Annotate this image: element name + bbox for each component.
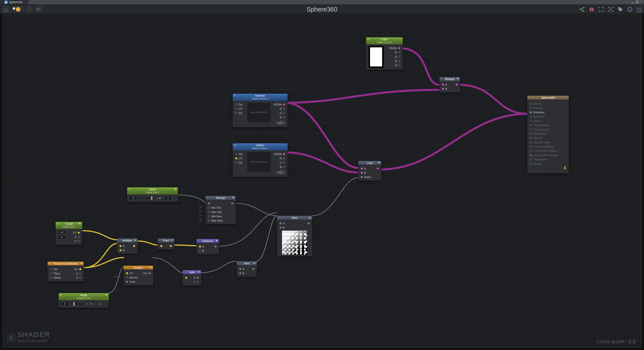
input-port[interactable] — [530, 111, 532, 113]
input-port[interactable] — [208, 211, 210, 213]
node-split[interactable]: Split X Y — [183, 270, 201, 286]
live-preview-toggle[interactable] — [12, 6, 24, 13]
input-port[interactable] — [119, 249, 122, 251]
color-preview[interactable] — [369, 46, 384, 68]
output-port[interactable] — [197, 277, 199, 279]
node-lerp[interactable]: Lerp A B Alpha — [358, 161, 381, 181]
input-port[interactable] — [235, 162, 237, 164]
input-port[interactable] — [530, 133, 532, 135]
chevron-down-icon[interactable] — [457, 78, 459, 80]
input-port[interactable] — [119, 245, 122, 247]
node-newtex[interactable]: ≡ NewTex Value( <None> ) Tex UV SS None … — [233, 94, 288, 127]
input-port[interactable] — [530, 137, 532, 139]
input-port[interactable] — [126, 281, 128, 283]
output-port[interactable] — [398, 51, 400, 53]
menu-icon[interactable]: ≡ — [129, 188, 130, 191]
slider-min[interactable]: 0 — [130, 196, 137, 200]
input-port[interactable] — [239, 268, 241, 270]
input-port[interactable] — [530, 150, 532, 152]
input-port[interactable] — [530, 103, 532, 105]
master-input-tessellation[interactable]: Tessellation — [530, 157, 566, 161]
chevron-down-icon[interactable] — [171, 240, 173, 241]
output-port[interactable] — [79, 272, 81, 274]
node-master-output[interactable]: Sphere360 AlbedoNormalEmissionSpecularGl… — [527, 96, 569, 173]
input-port[interactable] — [199, 246, 201, 248]
output-port[interactable] — [78, 236, 80, 238]
window-minimize-icon[interactable] — [631, 1, 634, 3]
document-tab[interactable]: S Sphere36.. — [0, 0, 28, 5]
node-value[interactable]: ≡ Value Value( 0.88 ) 0 0.88 1 — [127, 187, 178, 202]
output-port[interactable] — [398, 56, 400, 58]
chevron-down-icon[interactable] — [174, 189, 176, 190]
input-port[interactable] — [235, 157, 237, 159]
input-port[interactable] — [361, 176, 363, 178]
master-input-emission[interactable]: Emission — [530, 110, 566, 114]
node-remap[interactable]: Remap [0] [1] [2] [3] Min Old Max Old Mi… — [206, 196, 236, 224]
input-port[interactable] — [126, 272, 128, 274]
master-input-opacity-mask[interactable]: Opacity Mask — [530, 140, 566, 144]
input-port[interactable] — [530, 146, 532, 148]
input-port[interactable] — [50, 268, 52, 270]
menu-icon[interactable]: ≡ — [49, 262, 51, 265]
slider-min[interactable]: 0 — [61, 302, 69, 306]
shader-graph-canvas[interactable]: ≡ Color Value( 1,1,1,0 ) RGBA R G B A Mu… — [3, 14, 641, 347]
output-port[interactable] — [283, 166, 285, 168]
master-input-custom-lighting[interactable]: Custom Lighting — [530, 144, 566, 149]
input-port[interactable] — [235, 112, 237, 114]
menu-icon[interactable]: ≡ — [234, 144, 236, 147]
master-input-gloss[interactable]: Gloss — [530, 119, 566, 123]
output-port[interactable] — [377, 167, 379, 169]
input-port[interactable] — [208, 207, 210, 209]
output-port[interactable] — [215, 246, 217, 248]
node-multiply[interactable]: Multiply A B — [117, 238, 138, 254]
output-port[interactable] — [231, 202, 233, 204]
chevron-down-icon[interactable] — [150, 267, 152, 268]
input-port[interactable] — [50, 272, 52, 274]
tag-icon[interactable] — [617, 6, 624, 13]
window-close-icon[interactable] — [640, 1, 643, 3]
input-port[interactable] — [208, 215, 210, 217]
master-input-translucency[interactable]: Translucency — [530, 127, 566, 131]
node-rotator[interactable]: Rotator [0,0.5] UV Out Anchor Time — [124, 266, 153, 285]
node-color[interactable]: ≡ Color Value( 1,1,1,0 ) RGBA R G B A — [366, 37, 403, 69]
output-port[interactable] — [78, 240, 80, 242]
focus-dot-icon[interactable] — [607, 6, 614, 13]
share-icon[interactable] — [579, 6, 586, 13]
clear-button[interactable] — [26, 6, 33, 13]
chevron-down-icon[interactable] — [253, 263, 255, 264]
output-port[interactable] — [283, 103, 285, 106]
select-button[interactable]: Select — [276, 171, 285, 174]
chevron-down-icon[interactable] — [79, 223, 81, 224]
input-port[interactable] — [530, 163, 532, 165]
input-port[interactable] — [442, 84, 444, 86]
node-texture-coordinates[interactable]: ≡ Texture Coordinates Tex UV Tiling U Of… — [48, 262, 84, 281]
output-port[interactable] — [149, 272, 151, 274]
node-oldtex[interactable]: ≡ OldTex Value( <None> ) Tex UV SS None … — [233, 143, 288, 177]
select-button[interactable]: Select — [276, 121, 285, 125]
texture-preview[interactable]: None (Texture2D) Select — [247, 102, 271, 122]
toggle-left-panel-button[interactable]: ▢ — [3, 6, 9, 13]
menu-icon[interactable]: ≡ — [234, 94, 236, 97]
focus-corners-icon[interactable] — [598, 6, 605, 13]
output-port[interactable] — [398, 60, 400, 62]
input-port[interactable] — [208, 220, 210, 222]
input-port[interactable] — [361, 167, 363, 169]
input-port[interactable] — [442, 88, 444, 90]
input-port[interactable] — [160, 245, 162, 247]
menu-icon[interactable]: ≡ — [60, 294, 62, 296]
output-port[interactable] — [170, 245, 172, 247]
master-input-specular[interactable]: Specular — [530, 114, 566, 119]
output-port[interactable] — [252, 268, 254, 270]
output-port[interactable] — [308, 222, 310, 224]
input-port[interactable] — [530, 120, 532, 122]
input-port[interactable] — [279, 227, 281, 229]
window-maximize-icon[interactable] — [636, 1, 638, 3]
texture-preview[interactable]: None (Texture2D) Select — [247, 152, 271, 172]
y-field[interactable]: 8 — [58, 235, 66, 239]
input-port[interactable] — [239, 272, 241, 274]
node-fract[interactable]: Fract — [158, 238, 174, 250]
output-port[interactable] — [104, 303, 106, 305]
slider-max[interactable]: 1 — [164, 196, 172, 200]
chevron-down-icon[interactable] — [232, 197, 234, 198]
input-port[interactable] — [530, 107, 532, 109]
